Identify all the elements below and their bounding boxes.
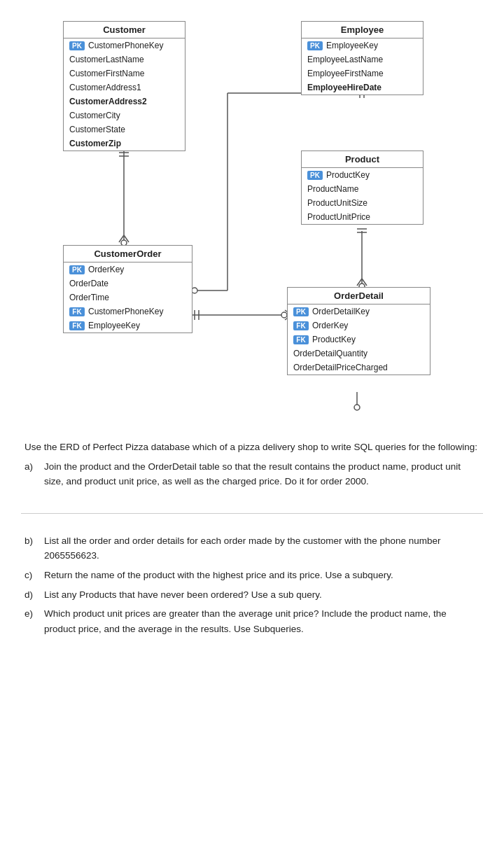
- customerorder-row: OrderDate: [64, 276, 192, 290]
- employee-row: EmployeeFirstName: [302, 66, 423, 80]
- customer-row: CustomerZip: [64, 136, 185, 150]
- customer-title: Customer: [64, 22, 185, 38]
- field-name: CustomerAddress1: [69, 83, 141, 92]
- field-name: ProductUnitPrice: [307, 212, 370, 222]
- intro-text: Use the ERD of Perfect Pizza database wh…: [24, 440, 479, 455]
- product-row: ProductUnitSize: [302, 196, 423, 210]
- page: Customer PK CustomerPhoneKey CustomerLas…: [0, 0, 504, 868]
- employee-row: EmployeeLastName: [302, 52, 423, 66]
- fk-badge: FK: [69, 307, 85, 316]
- pk-badge: PK: [69, 265, 85, 274]
- field-name: OrderKey: [312, 321, 348, 330]
- question-d: d) List any Products that have never bee…: [24, 587, 479, 603]
- q-label-a: a): [24, 459, 44, 489]
- field-name: OrderDetailQuantity: [293, 349, 368, 358]
- customer-row: CustomerAddress1: [64, 80, 185, 94]
- q-text-a: Join the product and the OrderDetail tab…: [44, 459, 479, 489]
- field-name: OrderDate: [69, 279, 108, 288]
- field-name: ProductKey: [312, 335, 356, 344]
- field-name: CustomerZip: [69, 139, 121, 148]
- customerorder-fk1-row: FK CustomerPhoneKey: [64, 304, 192, 318]
- field-name: OrderDetailPriceCharged: [293, 363, 388, 372]
- field-name: OrderTime: [69, 293, 109, 302]
- svg-line-15: [357, 279, 362, 286]
- orderdetail-fk2-row: FK ProductKey: [288, 332, 430, 346]
- pk-badge: PK: [293, 307, 309, 316]
- employee-pk-row: PK EmployeeKey: [302, 38, 423, 52]
- question-b: b) List all the order and order details …: [24, 533, 479, 564]
- orderdetail-row: OrderDetailPriceCharged: [288, 360, 430, 374]
- customer-row: CustomerLastName: [64, 52, 185, 66]
- pk-badge: PK: [307, 41, 323, 50]
- q-label-d: d): [24, 587, 44, 603]
- text-section-b: b) List all the order and order details …: [21, 526, 483, 648]
- customer-entity: Customer PK CustomerPhoneKey CustomerLas…: [63, 21, 186, 151]
- q-text-e: Which product unit prices are greater th…: [44, 606, 479, 636]
- svg-line-16: [362, 279, 367, 286]
- employee-title: Employee: [302, 22, 423, 38]
- field-name: CustomerLastName: [69, 55, 144, 64]
- fk-badge: FK: [293, 321, 309, 330]
- fk-badge: FK: [293, 335, 309, 344]
- product-row: ProductName: [302, 182, 423, 196]
- field-name: EmployeeKey: [88, 321, 140, 330]
- customerorder-entity: CustomerOrder PK OrderKey OrderDate Orde…: [63, 245, 192, 333]
- employee-entity: Employee PK EmployeeKey EmployeeLastName…: [301, 21, 424, 95]
- employee-row: EmployeeHireDate: [302, 80, 423, 94]
- svg-point-23: [281, 312, 287, 318]
- orderdetail-title: OrderDetail: [288, 288, 430, 304]
- field-name: ProductUnitSize: [307, 198, 368, 208]
- orderdetail-pk-row: PK OrderDetailKey: [288, 304, 430, 318]
- q-label-b: b): [24, 533, 44, 564]
- field-name: EmployeeFirstName: [307, 69, 384, 78]
- customer-pk-row: PK CustomerPhoneKey: [64, 38, 185, 52]
- customerorder-pk-row: PK OrderKey: [64, 262, 192, 276]
- field-name: EmployeeHireDate: [307, 83, 382, 92]
- field-name: CustomerPhoneKey: [88, 307, 163, 316]
- pk-badge: PK: [307, 171, 323, 180]
- field-name: EmployeeLastName: [307, 55, 383, 64]
- product-title: Product: [302, 151, 423, 168]
- svg-point-11: [192, 288, 197, 293]
- q-text-c: Return the name of the product with the …: [44, 568, 479, 583]
- customer-row: CustomerAddress2: [64, 94, 185, 108]
- customerorder-row: OrderTime: [64, 290, 192, 304]
- orderdetail-row: OrderDetailQuantity: [288, 346, 430, 360]
- pk-badge: PK: [69, 41, 85, 50]
- field-name: CustomerPhoneKey: [88, 41, 163, 50]
- orderdetail-fk1-row: FK OrderKey: [288, 318, 430, 332]
- fk-badge: FK: [69, 321, 85, 330]
- q-text-d: List any Products that have never been o…: [44, 587, 479, 603]
- question-e: e) Which product unit prices are greater…: [24, 606, 479, 636]
- field-name: ProductKey: [326, 170, 370, 180]
- product-pk-row: PK ProductKey: [302, 168, 423, 182]
- field-name: EmployeeKey: [326, 41, 378, 50]
- q-label-c: c): [24, 568, 44, 583]
- q-text-b: List all the order and order details for…: [44, 533, 479, 564]
- orderdetail-entity: OrderDetail PK OrderDetailKey FK OrderKe…: [287, 287, 430, 375]
- erd-diagram: Customer PK CustomerPhoneKey CustomerLas…: [21, 14, 483, 420]
- svg-line-4: [124, 235, 129, 242]
- field-name: OrderKey: [88, 265, 124, 274]
- field-name: OrderDetailKey: [312, 307, 370, 316]
- svg-line-3: [119, 235, 124, 242]
- question-a: a) Join the product and the OrderDetail …: [24, 459, 479, 489]
- svg-point-25: [354, 405, 360, 410]
- q-label-e: e): [24, 606, 44, 636]
- customer-row: CustomerState: [64, 122, 185, 136]
- customerorder-fk2-row: FK EmployeeKey: [64, 318, 192, 332]
- field-name: CustomerState: [69, 125, 125, 134]
- product-entity: Product PK ProductKey ProductName Produc…: [301, 150, 424, 225]
- customer-row: CustomerCity: [64, 108, 185, 122]
- customerorder-title: CustomerOrder: [64, 246, 192, 262]
- field-name: CustomerAddress2: [69, 97, 147, 106]
- field-name: CustomerCity: [69, 111, 120, 120]
- customer-row: CustomerFirstName: [64, 66, 185, 80]
- text-section-a: Use the ERD of Perfect Pizza database wh…: [21, 433, 483, 500]
- question-c: c) Return the name of the product with t…: [24, 568, 479, 583]
- product-row: ProductUnitPrice: [302, 210, 423, 224]
- field-name: CustomerFirstName: [69, 69, 144, 78]
- field-name: ProductName: [307, 184, 358, 194]
- divider-1: [21, 513, 483, 514]
